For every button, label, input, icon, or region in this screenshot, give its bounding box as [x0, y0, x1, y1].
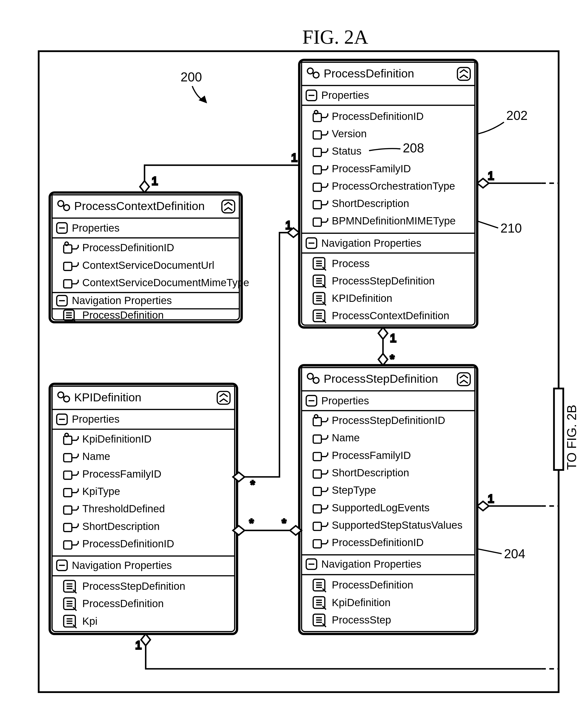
ref-208: 208 [403, 141, 424, 155]
entity-title: KPIDefinition [74, 391, 142, 404]
section-label: Navigation Properties [72, 559, 172, 571]
nav-label: ProcessDefinition [82, 309, 164, 321]
property-label: StepType [332, 484, 376, 496]
nav-label: ProcessStep [332, 614, 391, 626]
property-label: ShortDescription [332, 198, 409, 209]
entity-process-context-definition: ProcessContextDefinition Properties Proc… [50, 193, 249, 323]
property-label: ProcessDefinitionID [332, 537, 424, 548]
multiplicity-label: 1 [285, 219, 292, 232]
ref-204: 204 [504, 546, 525, 561]
diagram-canvas: FIG. 2A ProcessDefinition Properties Pro… [0, 0, 588, 727]
property-label: ShortDescription [82, 520, 160, 532]
property-label: ShortDescription [332, 467, 409, 479]
multiplicity-label: 1 [151, 174, 158, 187]
multiplicity-label: * [282, 517, 286, 529]
property-label: ContextServiceDocumentMimeType [82, 277, 249, 288]
multiplicity-label: * [390, 352, 394, 365]
nav-row: ProcessContextDefinition [313, 310, 449, 323]
ref-210: 210 [500, 221, 522, 235]
to-fig-label: TO FIG. 2B [564, 405, 579, 470]
section-label: Properties [321, 395, 369, 407]
section-label: Navigation Properties [321, 237, 421, 249]
property-label: ProcessFamilyID [332, 163, 411, 174]
entity-process-definition: ProcessDefinition Properties ProcessDefi… [299, 60, 477, 327]
multiplicity-label: 1 [488, 492, 494, 505]
property-row: ProcessStepDefinitionID [313, 415, 445, 426]
section-label: Navigation Properties [72, 295, 172, 306]
property-label: KpiDefinitionID [82, 433, 152, 445]
ref-200: 200 [181, 70, 202, 84]
multiplicity-label: 1 [390, 332, 396, 345]
nav-label: ProcessStepDefinition [332, 275, 435, 287]
multiplicity-label: * [249, 517, 254, 529]
property-label: SupportedStepStatusValues [332, 519, 463, 531]
property-label: ThresholdDefined [82, 503, 165, 515]
property-label: Name [82, 451, 110, 462]
section-label: Properties [72, 414, 119, 425]
property-row: SupportedStepStatusValues [313, 519, 463, 531]
property-label: BPMNDefinitionMIMEType [332, 215, 456, 227]
figure-title: FIG. 2A [302, 26, 368, 48]
nav-label: ProcessContextDefinition [332, 310, 449, 321]
nav-row: ProcessStep [313, 614, 391, 627]
entity-title: ProcessContextDefinition [74, 200, 205, 212]
multiplicity-label: 1 [291, 151, 298, 164]
property-label: ProcessFamilyID [82, 468, 162, 480]
nav-label: Kpi [82, 615, 98, 627]
multiplicity-label: 1 [488, 169, 494, 182]
entity-kpi-definition: KPIDefinition Properties KpiDefinitionID… [50, 384, 237, 634]
property-label: ProcessDefinitionID [82, 538, 174, 549]
section-label: Navigation Properties [321, 558, 421, 570]
property-row: ProcessOrchestrationType [313, 180, 455, 192]
ref-202: 202 [506, 108, 528, 123]
property-row: ContextServiceDocumentUrl [64, 259, 214, 271]
property-label: ProcessFamilyID [332, 450, 411, 461]
section-label: Properties [321, 89, 369, 101]
property-label: Name [332, 432, 360, 443]
multiplicity-label: 1 [135, 639, 142, 651]
svg-rect-125 [554, 389, 563, 470]
property-label: ProcessDefinitionID [332, 110, 424, 122]
property-label: ContextServiceDocumentUrl [82, 259, 214, 271]
property-label: ProcessStepDefinitionID [332, 415, 445, 426]
entity-title: ProcessStepDefinition [324, 372, 438, 385]
nav-label: KpiDefinition [332, 597, 391, 608]
nav-row: KpiDefinition [313, 597, 391, 609]
nav-label: ProcessStepDefinition [82, 580, 185, 592]
nav-label: Process [332, 258, 370, 269]
nav-label: KPIDefinition [332, 292, 393, 304]
property-label: ProcessOrchestrationType [332, 180, 455, 192]
property-label: KpiType [82, 485, 120, 497]
nav-label: ProcessDefinition [82, 598, 164, 609]
section-label: Properties [72, 222, 119, 234]
property-row: ContextServiceDocumentMimeType [64, 277, 249, 288]
nav-row: KPIDefinition [313, 292, 393, 305]
property-label: SupportedLogEvents [332, 502, 429, 514]
property-label: ProcessDefinitionID [82, 242, 174, 253]
property-row: BPMNDefinitionMIMEType [313, 215, 456, 227]
nav-label: ProcessDefinition [332, 579, 413, 591]
property-label: Version [332, 128, 367, 140]
entity-process-step-definition: ProcessStepDefinition Properties Process… [299, 365, 477, 634]
entity-title: ProcessDefinition [324, 67, 414, 80]
multiplicity-label: * [250, 478, 255, 491]
property-label: Status [332, 145, 362, 157]
